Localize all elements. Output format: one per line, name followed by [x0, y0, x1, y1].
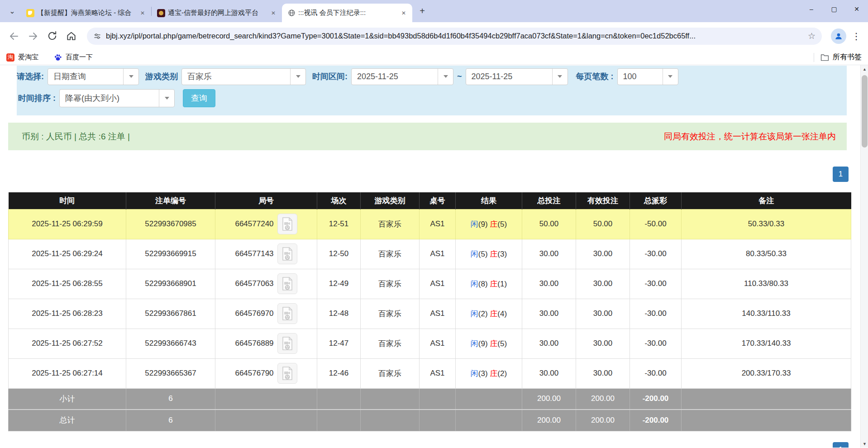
sort-label: 时间排序 :	[18, 93, 56, 104]
pagination-page-1[interactable]: 1	[833, 167, 849, 182]
maximize-icon: ▢	[831, 5, 837, 13]
table-row: 2025-11-25 06:29:24 522993669915 6645771…	[9, 239, 851, 269]
tab-strip: ⌄ 【新提醒】海燕策略论坛 - 综合 ✕ 通宝-信誉最好的网上游戏平台 ✕ ::…	[0, 0, 868, 22]
cell-remark: 200.33/170.33	[682, 358, 851, 388]
tab-forum[interactable]: 【新提醒】海燕策略论坛 - 综合 ✕	[21, 4, 151, 22]
tongbao-favicon-icon	[157, 9, 165, 17]
filter-row-1: 请选择: 日期查询 游戏类别 百家乐 时间区间: 2025-11-25 ~ 20…	[17, 68, 847, 85]
close-window-button[interactable]: ✕	[845, 0, 868, 18]
col-round-id: 局号	[215, 192, 317, 209]
total-row: 总计 6 200.00 200.00 -200.00	[9, 410, 851, 431]
scroll-up-icon[interactable]: ▲	[861, 65, 868, 73]
refresh-icon	[47, 31, 57, 41]
url-text[interactable]: bjbj.xyz/ipl/portal.php/game/betrecord_s…	[106, 32, 804, 40]
maximize-button[interactable]: ▢	[823, 0, 845, 18]
video-file-icon	[281, 217, 294, 231]
page-size-label: 每页笔数 :	[576, 71, 614, 82]
banker-label: 庄	[490, 369, 497, 378]
forum-favicon-icon	[26, 9, 34, 17]
cell-remark: 110.33/80.33	[682, 269, 851, 299]
scrollbar[interactable]: ▲ ▼	[860, 65, 868, 448]
all-bookmarks[interactable]: 所有书签	[814, 52, 862, 62]
subtotal-total-bet: 200.00	[522, 388, 576, 410]
cell-result: 闲(9) 庄(5)	[456, 209, 522, 239]
cell-bet-id: 522993665367	[126, 358, 215, 388]
cell-remark: 170.33/140.33	[682, 329, 851, 358]
video-replay-button[interactable]	[277, 363, 297, 384]
col-table-no: 桌号	[420, 192, 456, 209]
minimize-button[interactable]: –	[800, 0, 823, 18]
video-replay-button[interactable]	[277, 273, 297, 294]
video-replay-button[interactable]	[277, 333, 297, 354]
cell-table-no: AS1	[420, 209, 456, 239]
video-file-icon	[281, 366, 294, 381]
cell-game-type: 百家乐	[361, 329, 420, 358]
close-tab-icon[interactable]: ✕	[269, 9, 277, 17]
close-tab-icon[interactable]: ✕	[400, 9, 408, 17]
query-type-select[interactable]: 日期查询	[48, 68, 139, 85]
tab-title: 通宝-信誉最好的网上游戏平台	[168, 9, 267, 17]
browser-menu-button[interactable]: ⋮	[851, 31, 862, 42]
video-replay-button[interactable]	[277, 214, 297, 234]
video-file-icon	[281, 336, 294, 351]
col-time: 时间	[9, 192, 126, 209]
pagination-page-1-bottom[interactable]: 1	[833, 442, 849, 448]
cell-table-no: AS1	[420, 329, 456, 358]
subtotal-count: 6	[126, 388, 215, 410]
site-settings-icon[interactable]	[93, 32, 101, 40]
chevron-down-icon	[159, 90, 174, 107]
new-tab-button[interactable]: +	[416, 5, 429, 18]
table-header-row: 时间 注单编号 局号 场次 游戏类别 桌号 结果 总投注 有效投注 总派彩 备注	[9, 192, 851, 209]
address-bar[interactable]: bjbj.xyz/ipl/portal.php/game/betrecord_s…	[87, 28, 822, 45]
col-remark: 备注	[682, 192, 851, 209]
bookmark-star-icon[interactable]: ☆	[808, 31, 816, 41]
player-label: 闲	[471, 280, 478, 288]
person-icon	[834, 32, 843, 41]
cell-table-no: AS1	[420, 269, 456, 299]
scroll-down-icon[interactable]: ▼	[861, 440, 868, 448]
search-button[interactable]: 查询	[183, 89, 215, 107]
total-total-bet: 200.00	[522, 410, 576, 431]
cell-result: 闲(5) 庄(3)	[456, 239, 522, 269]
scrollbar-thumb[interactable]	[862, 75, 868, 148]
game-type-select[interactable]: 百家乐	[181, 68, 306, 85]
cell-game-type: 百家乐	[361, 358, 420, 388]
video-replay-button[interactable]	[277, 243, 297, 264]
cell-session: 12-48	[317, 299, 361, 329]
divider	[814, 53, 814, 62]
tab-bet-records-active[interactable]: :::视讯 会员下注纪录::: ✕	[282, 4, 412, 22]
cell-time: 2025-11-25 06:28:23	[9, 299, 126, 329]
forward-button[interactable]	[25, 29, 41, 44]
cell-bet-id: 522993670985	[126, 209, 215, 239]
tab-tongbao[interactable]: 通宝-信誉最好的网上游戏平台 ✕	[152, 4, 282, 22]
cell-bet-id: 522993666743	[126, 329, 215, 358]
cell-valid-bet: 50.00	[576, 209, 630, 239]
bookmark-baidu[interactable]: 百度一下	[54, 53, 93, 62]
cell-game-type: 百家乐	[361, 269, 420, 299]
home-button[interactable]	[63, 29, 79, 44]
close-tab-icon[interactable]: ✕	[138, 9, 147, 17]
chevron-down-icon	[663, 69, 678, 85]
date-to-select[interactable]: 2025-11-25	[466, 68, 568, 85]
bookmark-taobao[interactable]: 淘 爱淘宝	[6, 53, 38, 62]
page-size-select[interactable]: 100	[617, 68, 678, 85]
back-button[interactable]	[6, 29, 22, 44]
player-label: 闲	[471, 250, 478, 258]
video-replay-button[interactable]	[277, 303, 297, 324]
date-from-select[interactable]: 2025-11-25	[351, 68, 453, 85]
cell-time: 2025-11-25 06:28:55	[9, 269, 126, 299]
table-row: 2025-11-25 06:28:55 522993668901 6645770…	[9, 269, 851, 299]
tab-search-button[interactable]: ⌄	[5, 5, 19, 18]
cell-game-type: 百家乐	[361, 239, 420, 269]
cell-session: 12-49	[317, 269, 361, 299]
cell-payout: -50.00	[630, 209, 682, 239]
chevron-down-icon	[123, 69, 138, 85]
globe-icon	[287, 9, 296, 17]
baidu-paw-icon	[54, 53, 62, 62]
profile-avatar[interactable]	[831, 29, 846, 44]
refresh-button[interactable]	[44, 29, 60, 44]
video-file-icon	[281, 247, 294, 261]
sort-select[interactable]: 降幂(由大到小)	[59, 89, 175, 107]
minimize-icon: –	[810, 5, 813, 13]
home-icon	[66, 31, 76, 41]
